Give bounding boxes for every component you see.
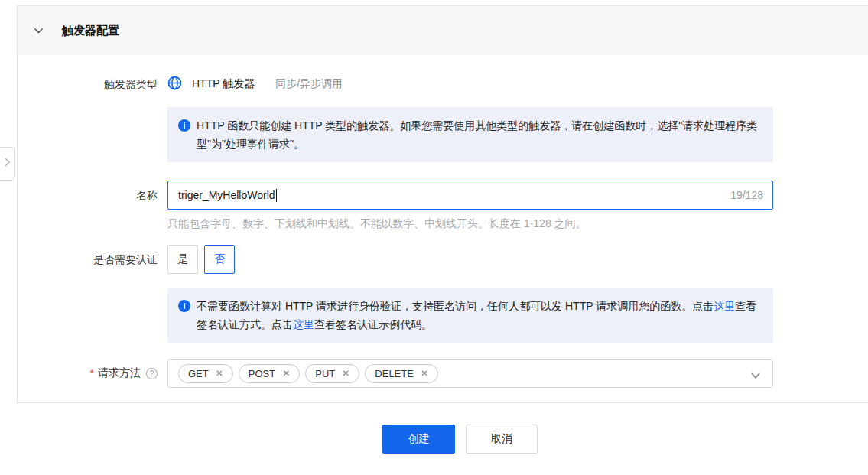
- method-label-wrap: * 请求方法 ?: [18, 359, 158, 388]
- trigger-type-row: 触发器类型 HTTP 触发器 同步/异步调用: [18, 75, 868, 93]
- auth-info-text-3: 查看签名认证示例代码。: [314, 318, 432, 330]
- help-icon[interactable]: ?: [146, 368, 158, 379]
- chevron-down-icon[interactable]: [34, 24, 44, 37]
- remove-tag-icon[interactable]: ✕: [216, 368, 223, 379]
- remove-tag-icon[interactable]: ✕: [421, 368, 428, 379]
- method-row: * 请求方法 ? GET ✕ POST ✕ PUT ✕: [18, 359, 868, 388]
- method-tag-delete: DELETE ✕: [365, 364, 438, 383]
- http-trigger-info-banner: i HTTP 函数只能创建 HTTP 类型的触发器。如果您需要使用其他类型的触发…: [167, 107, 773, 162]
- required-mark: *: [90, 367, 94, 379]
- trigger-config-panel: 触发器配置 触发器类型 HTTP 触发器 同步/异步调用: [17, 5, 868, 403]
- method-tag-put: PUT ✕: [305, 364, 359, 383]
- method-tag-post: POST ✕: [239, 364, 300, 383]
- trigger-type-value: HTTP 触发器: [192, 77, 255, 91]
- footer-actions: 创建 取消: [26, 425, 868, 454]
- auth-label: 是否需要认证: [18, 245, 158, 274]
- create-button[interactable]: 创建: [382, 425, 455, 454]
- name-input[interactable]: triger_MyHelloWorld 19/128: [167, 181, 773, 210]
- section-title: 触发器配置: [62, 24, 119, 38]
- name-input-value: triger_MyHelloWorld: [178, 189, 275, 201]
- text-caret: [276, 189, 277, 202]
- trigger-config-body: 触发器类型 HTTP 触发器 同步/异步调用 i: [18, 55, 868, 388]
- auth-option-yes[interactable]: 是: [167, 245, 198, 274]
- method-tag-label: DELETE: [375, 368, 414, 379]
- method-label: 请求方法: [98, 366, 141, 380]
- panel-expander[interactable]: [0, 147, 15, 181]
- auth-info-text: 不需要函数计算对 HTTP 请求进行身份验证，支持匿名访问，任何人都可以发 HT…: [197, 297, 761, 333]
- chevron-right-icon: [4, 157, 11, 171]
- auth-info-banner: i 不需要函数计算对 HTTP 请求进行身份验证，支持匿名访问，任何人都可以发 …: [167, 288, 773, 343]
- cancel-button[interactable]: 取消: [466, 425, 538, 454]
- auth-row: 是否需要认证 是 否: [18, 245, 868, 274]
- method-tag-label: GET: [188, 368, 209, 379]
- method-tag-get: GET ✕: [178, 364, 233, 383]
- http-trigger-info-text: HTTP 函数只能创建 HTTP 类型的触发器。如果您需要使用其他类型的触发器，…: [197, 116, 761, 153]
- name-row: 名称 triger_MyHelloWorld 19/128: [18, 181, 868, 210]
- name-helper-text: 只能包含字母、数字、下划线和中划线。不能以数字、中划线开头。长度在 1-128 …: [167, 217, 868, 231]
- chevron-down-icon[interactable]: [750, 369, 761, 382]
- auth-info-text-1: 不需要函数计算对 HTTP 请求进行身份验证，支持匿名访问，任何人都可以发 HT…: [197, 300, 714, 312]
- method-tag-label: POST: [249, 368, 275, 379]
- trigger-type-label: 触发器类型: [18, 75, 158, 93]
- method-multiselect[interactable]: GET ✕ POST ✕ PUT ✕ DELETE ✕: [167, 359, 773, 388]
- signature-sample-link[interactable]: 这里: [293, 318, 314, 330]
- char-counter: 19/128: [730, 181, 763, 209]
- method-tag-label: PUT: [315, 368, 335, 379]
- auth-option-no[interactable]: 否: [204, 245, 235, 274]
- info-icon: i: [178, 119, 190, 132]
- signature-auth-link[interactable]: 这里: [714, 300, 735, 312]
- trigger-invoke-mode: 同步/异步调用: [275, 77, 343, 91]
- globe-icon: [167, 76, 182, 93]
- name-label: 名称: [18, 181, 158, 210]
- trigger-config-header[interactable]: 触发器配置: [18, 6, 868, 55]
- remove-tag-icon[interactable]: ✕: [282, 368, 290, 379]
- remove-tag-icon[interactable]: ✕: [342, 368, 349, 379]
- info-icon: i: [178, 300, 190, 312]
